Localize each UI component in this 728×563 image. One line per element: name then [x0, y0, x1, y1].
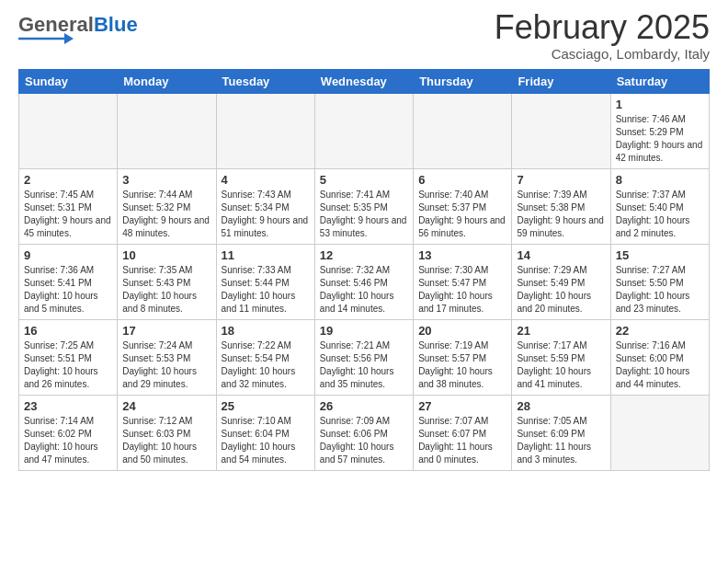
calendar-cell: [414, 93, 512, 168]
calendar-cell: 12Sunrise: 7:32 AM Sunset: 5:46 PM Dayli…: [314, 244, 413, 319]
week-row-4: 16Sunrise: 7:25 AM Sunset: 5:51 PM Dayli…: [19, 319, 710, 395]
calendar-cell: 11Sunrise: 7:33 AM Sunset: 5:44 PM Dayli…: [216, 244, 314, 319]
calendar-cell: [610, 395, 709, 470]
day-number: 17: [122, 324, 210, 338]
day-info: Sunrise: 7:37 AM Sunset: 5:40 PM Dayligh…: [616, 190, 690, 238]
day-number: 20: [418, 324, 506, 338]
calendar-cell: [216, 93, 314, 168]
week-row-5: 23Sunrise: 7:14 AM Sunset: 6:02 PM Dayli…: [19, 395, 710, 470]
day-info: Sunrise: 7:25 AM Sunset: 5:51 PM Dayligh…: [24, 340, 98, 389]
calendar-cell: 13Sunrise: 7:30 AM Sunset: 5:47 PM Dayli…: [414, 244, 512, 319]
calendar-cell: 4Sunrise: 7:43 AM Sunset: 5:34 PM Daylig…: [216, 168, 314, 244]
week-row-1: 1Sunrise: 7:46 AM Sunset: 5:29 PM Daylig…: [19, 93, 710, 168]
calendar-cell: 28Sunrise: 7:05 AM Sunset: 6:09 PM Dayli…: [512, 395, 610, 470]
calendar-cell: 3Sunrise: 7:44 AM Sunset: 5:32 PM Daylig…: [118, 168, 216, 244]
weekday-header-row: SundayMondayTuesdayWednesdayThursdayFrid…: [19, 69, 710, 93]
calendar-cell: [314, 93, 413, 168]
day-number: 21: [517, 324, 605, 338]
location: Casciago, Lombardy, Italy: [495, 46, 710, 62]
calendar-cell: 6Sunrise: 7:40 AM Sunset: 5:37 PM Daylig…: [414, 168, 512, 244]
day-number: 3: [122, 173, 210, 187]
day-number: 4: [222, 173, 310, 187]
month-title: February 2025: [495, 9, 710, 46]
day-info: Sunrise: 7:07 AM Sunset: 6:07 PM Dayligh…: [418, 416, 493, 465]
calendar-cell: 16Sunrise: 7:25 AM Sunset: 5:51 PM Dayli…: [19, 319, 118, 395]
day-number: 22: [616, 324, 704, 338]
weekday-header-saturday: Saturday: [610, 69, 709, 93]
day-number: 18: [222, 324, 310, 338]
day-info: Sunrise: 7:10 AM Sunset: 6:04 PM Dayligh…: [222, 416, 296, 465]
logo-blue-text: Blue: [94, 13, 138, 36]
calendar-cell: [19, 93, 118, 168]
day-info: Sunrise: 7:05 AM Sunset: 6:09 PM Dayligh…: [517, 416, 591, 465]
day-info: Sunrise: 7:16 AM Sunset: 6:00 PM Dayligh…: [616, 340, 690, 389]
day-info: Sunrise: 7:43 AM Sunset: 5:34 PM Dayligh…: [222, 190, 309, 238]
day-number: 13: [418, 248, 506, 262]
day-info: Sunrise: 7:27 AM Sunset: 5:50 PM Dayligh…: [616, 265, 690, 314]
page: GeneralBlue February 2025 Casciago, Lomb…: [0, 0, 728, 480]
day-number: 19: [320, 324, 408, 338]
day-info: Sunrise: 7:24 AM Sunset: 5:53 PM Dayligh…: [122, 340, 197, 389]
calendar-cell: 22Sunrise: 7:16 AM Sunset: 6:00 PM Dayli…: [610, 319, 709, 395]
day-number: 10: [122, 248, 210, 262]
calendar-cell: 18Sunrise: 7:22 AM Sunset: 5:54 PM Dayli…: [216, 319, 314, 395]
day-number: 25: [222, 399, 310, 413]
day-number: 12: [320, 248, 408, 262]
calendar-cell: 14Sunrise: 7:29 AM Sunset: 5:49 PM Dayli…: [512, 244, 610, 319]
day-number: 2: [24, 173, 112, 187]
day-number: 23: [24, 399, 112, 413]
week-row-3: 9Sunrise: 7:36 AM Sunset: 5:41 PM Daylig…: [19, 244, 710, 319]
day-info: Sunrise: 7:12 AM Sunset: 6:03 PM Dayligh…: [122, 416, 197, 465]
logo-underline-icon: [18, 31, 74, 44]
calendar-cell: 23Sunrise: 7:14 AM Sunset: 6:02 PM Dayli…: [19, 395, 118, 470]
day-number: 8: [616, 173, 704, 187]
calendar-cell: 26Sunrise: 7:09 AM Sunset: 6:06 PM Dayli…: [314, 395, 413, 470]
day-info: Sunrise: 7:44 AM Sunset: 5:32 PM Dayligh…: [122, 190, 210, 238]
day-number: 14: [517, 248, 605, 262]
day-info: Sunrise: 7:09 AM Sunset: 6:06 PM Dayligh…: [320, 416, 394, 465]
day-info: Sunrise: 7:33 AM Sunset: 5:44 PM Dayligh…: [222, 265, 296, 314]
calendar-cell: 15Sunrise: 7:27 AM Sunset: 5:50 PM Dayli…: [610, 244, 709, 319]
day-info: Sunrise: 7:40 AM Sunset: 5:37 PM Dayligh…: [418, 190, 506, 238]
calendar-cell: 20Sunrise: 7:19 AM Sunset: 5:57 PM Dayli…: [414, 319, 512, 395]
header: GeneralBlue February 2025 Casciago, Lomb…: [18, 9, 710, 62]
day-info: Sunrise: 7:41 AM Sunset: 5:35 PM Dayligh…: [320, 190, 407, 238]
weekday-header-wednesday: Wednesday: [314, 69, 413, 93]
day-number: 26: [320, 399, 408, 413]
day-info: Sunrise: 7:14 AM Sunset: 6:02 PM Dayligh…: [24, 416, 98, 465]
day-number: 5: [320, 173, 408, 187]
calendar-cell: 19Sunrise: 7:21 AM Sunset: 5:56 PM Dayli…: [314, 319, 413, 395]
day-number: 1: [616, 98, 704, 111]
day-number: 9: [24, 248, 112, 262]
calendar: SundayMondayTuesdayWednesdayThursdayFrid…: [18, 69, 710, 471]
calendar-cell: 10Sunrise: 7:35 AM Sunset: 5:43 PM Dayli…: [118, 244, 216, 319]
weekday-header-monday: Monday: [118, 69, 216, 93]
day-info: Sunrise: 7:45 AM Sunset: 5:31 PM Dayligh…: [24, 190, 111, 238]
calendar-cell: [512, 93, 610, 168]
calendar-cell: 5Sunrise: 7:41 AM Sunset: 5:35 PM Daylig…: [314, 168, 413, 244]
weekday-header-tuesday: Tuesday: [216, 69, 314, 93]
day-info: Sunrise: 7:46 AM Sunset: 5:29 PM Dayligh…: [616, 114, 703, 163]
day-number: 16: [24, 324, 112, 338]
weekday-header-thursday: Thursday: [414, 69, 512, 93]
day-number: 24: [122, 399, 210, 413]
day-number: 7: [517, 173, 605, 187]
day-info: Sunrise: 7:22 AM Sunset: 5:54 PM Dayligh…: [222, 340, 296, 389]
calendar-cell: [118, 93, 216, 168]
day-number: 27: [418, 399, 506, 413]
calendar-cell: 25Sunrise: 7:10 AM Sunset: 6:04 PM Dayli…: [216, 395, 314, 470]
logo: GeneralBlue: [18, 15, 138, 44]
calendar-cell: 9Sunrise: 7:36 AM Sunset: 5:41 PM Daylig…: [19, 244, 118, 319]
svg-marker-1: [64, 33, 74, 44]
calendar-cell: 27Sunrise: 7:07 AM Sunset: 6:07 PM Dayli…: [414, 395, 512, 470]
weekday-header-friday: Friday: [512, 69, 610, 93]
day-number: 15: [616, 248, 704, 262]
day-info: Sunrise: 7:35 AM Sunset: 5:43 PM Dayligh…: [122, 265, 197, 314]
day-info: Sunrise: 7:39 AM Sunset: 5:38 PM Dayligh…: [517, 190, 604, 238]
calendar-cell: 2Sunrise: 7:45 AM Sunset: 5:31 PM Daylig…: [19, 168, 118, 244]
calendar-cell: 24Sunrise: 7:12 AM Sunset: 6:03 PM Dayli…: [118, 395, 216, 470]
day-number: 6: [418, 173, 506, 187]
calendar-cell: 8Sunrise: 7:37 AM Sunset: 5:40 PM Daylig…: [610, 168, 709, 244]
title-block: February 2025 Casciago, Lombardy, Italy: [495, 9, 710, 62]
calendar-cell: 17Sunrise: 7:24 AM Sunset: 5:53 PM Dayli…: [118, 319, 216, 395]
